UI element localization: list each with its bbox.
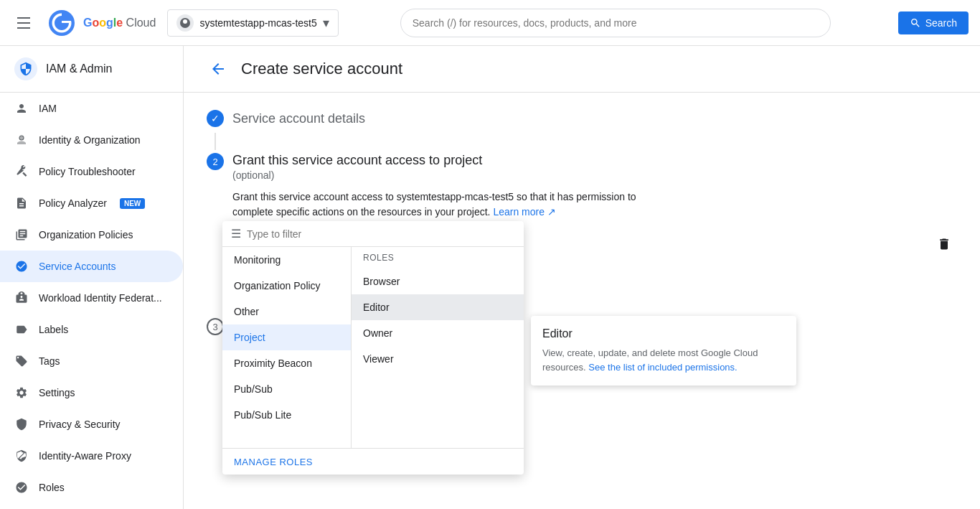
workload-identity-icon xyxy=(14,291,29,305)
cat-item-other[interactable]: Other xyxy=(222,299,351,324)
search-icon xyxy=(910,17,921,29)
page-title: Create service account xyxy=(241,60,402,78)
sidebar-item-org-policies[interactable]: Organization Policies xyxy=(0,219,183,251)
editor-tooltip: Editor View, create, update, and delete … xyxy=(531,316,796,386)
step1-check-icon: ✓ xyxy=(207,110,224,127)
dropdown-body: Monitoring Organization Policy Other Pro… xyxy=(222,247,524,448)
learn-more-link[interactable]: Learn more ↗ xyxy=(493,206,555,218)
manage-roles-button[interactable]: MANAGE ROLES xyxy=(234,457,313,467)
sidebar-item-roles[interactable]: Roles xyxy=(0,472,183,503)
step1-label: Service account details xyxy=(232,111,365,126)
roles-icon xyxy=(14,480,29,495)
sidebar-title: IAM & Admin xyxy=(46,62,112,75)
sidebar-item-policy-troubleshooter[interactable]: Policy Troubleshooter xyxy=(0,156,183,187)
sidebar-header: IAM & Admin xyxy=(0,46,183,93)
identity-aware-proxy-icon xyxy=(14,449,29,463)
project-name: systemtestapp-mcas-test5 xyxy=(199,17,316,29)
sidebar-item-identity-aware-proxy-label: Identity-Aware Proxy xyxy=(39,450,131,462)
step-connector-line xyxy=(215,133,216,150)
back-button[interactable] xyxy=(207,57,230,80)
search-button[interactable]: Search xyxy=(898,11,969,34)
cat-item-org-policy[interactable]: Organization Policy xyxy=(222,273,351,299)
svg-point-2 xyxy=(183,19,187,24)
tags-icon xyxy=(14,354,29,368)
sidebar-item-settings-label: Settings xyxy=(39,387,75,398)
iam-icon xyxy=(14,101,29,116)
hamburger-menu[interactable] xyxy=(11,11,36,34)
role-item-owner[interactable]: Owner xyxy=(352,320,524,346)
dropdown-footer: MANAGE ROLES xyxy=(222,448,524,475)
google-g-logo xyxy=(47,9,76,37)
sidebar: IAM & Admin IAM Identity & Organization … xyxy=(0,46,184,509)
page-header: Create service account xyxy=(184,46,980,93)
identity-org-icon xyxy=(14,133,29,147)
privacy-security-icon xyxy=(14,417,29,431)
sidebar-item-service-accounts[interactable]: Service Accounts xyxy=(0,251,183,282)
logo-text: Google Cloud xyxy=(83,17,156,29)
sidebar-item-tags[interactable]: Tags xyxy=(0,345,183,377)
sidebar-item-org-policies-label: Organization Policies xyxy=(39,229,133,241)
sidebar-item-workload-identity-label: Workload Identity Federat... xyxy=(39,292,162,304)
sidebar-item-service-accounts-label: Service Accounts xyxy=(39,261,116,272)
policy-analyzer-icon xyxy=(14,196,29,210)
role-item-viewer[interactable]: Viewer xyxy=(352,346,524,372)
sidebar-item-tags-label: Tags xyxy=(39,355,60,367)
sidebar-item-roles-label: Roles xyxy=(39,482,65,493)
tooltip-description: View, create, update, and delete most Go… xyxy=(542,346,785,374)
cat-item-pub-sub-lite[interactable]: Pub/Sub Lite xyxy=(222,402,351,428)
roles-panel: Roles Browser Editor Owner Viewer xyxy=(352,247,524,448)
topbar: Google Cloud systemtestapp-mcas-test5 ▾ … xyxy=(0,0,980,46)
sidebar-item-identity-aware-proxy[interactable]: Identity-Aware Proxy xyxy=(0,440,183,472)
sidebar-item-iam[interactable]: IAM xyxy=(0,93,183,124)
sidebar-item-identity-org[interactable]: Identity & Organization xyxy=(0,124,183,156)
search-input[interactable] xyxy=(413,17,819,29)
step2-description: Grant this service account access to sys… xyxy=(232,190,663,220)
role-item-browser[interactable]: Browser xyxy=(352,268,524,294)
logo-icon xyxy=(47,9,76,37)
sidebar-item-iam-label: IAM xyxy=(39,103,57,114)
tooltip-title: Editor xyxy=(542,327,785,340)
google-cloud-logo[interactable]: Google Cloud xyxy=(47,9,156,37)
role-item-editor[interactable]: Editor xyxy=(352,294,524,320)
categories-list: Monitoring Organization Policy Other Pro… xyxy=(222,247,352,448)
step1-header: ✓ Service account details xyxy=(207,110,957,127)
cat-item-project[interactable]: Project xyxy=(222,324,351,350)
step2-optional: (optional) xyxy=(232,169,957,181)
labels-icon xyxy=(14,322,29,337)
service-accounts-icon xyxy=(14,259,29,274)
filter-row: ☰ xyxy=(222,221,524,247)
sidebar-item-privacy-security-label: Privacy & Security xyxy=(39,419,121,430)
delete-role-button[interactable] xyxy=(931,231,957,261)
policy-analyzer-badge: NEW xyxy=(120,198,145,209)
step3-number: 3 xyxy=(207,318,224,335)
settings-icon xyxy=(14,386,29,400)
sidebar-item-identity-org-label: Identity & Organization xyxy=(39,134,141,146)
cat-item-proximity-beacon[interactable]: Proximity Beacon xyxy=(222,350,351,376)
sidebar-item-audit-logs[interactable]: Audit Logs xyxy=(0,503,183,509)
policy-troubleshooter-icon xyxy=(14,164,29,179)
sidebar-item-labels[interactable]: Labels xyxy=(0,314,183,345)
project-dropdown-arrow: ▾ xyxy=(323,15,329,31)
project-avatar xyxy=(176,14,194,32)
sidebar-item-policy-analyzer[interactable]: Policy Analyzer NEW xyxy=(0,187,183,219)
project-selector[interactable]: systemtestapp-mcas-test5 ▾ xyxy=(167,9,338,37)
sidebar-item-policy-analyzer-label: Policy Analyzer xyxy=(39,197,107,209)
sidebar-item-privacy-security[interactable]: Privacy & Security xyxy=(0,408,183,440)
filter-icon: ☰ xyxy=(231,227,241,241)
sidebar-item-settings[interactable]: Settings xyxy=(0,377,183,408)
step2-number: 2 xyxy=(207,153,224,170)
role-dropdown: ☰ Monitoring Organization Policy Other P… xyxy=(222,221,524,475)
cat-item-monitoring[interactable]: Monitoring xyxy=(222,247,351,273)
roles-panel-header: Roles xyxy=(352,247,524,268)
iam-admin-icon xyxy=(14,57,37,80)
search-label: Search xyxy=(925,17,957,29)
sidebar-item-policy-troubleshooter-label: Policy Troubleshooter xyxy=(39,166,136,177)
org-policies-icon xyxy=(14,228,29,242)
sidebar-item-labels-label: Labels xyxy=(39,324,68,335)
cat-item-pub-sub[interactable]: Pub/Sub xyxy=(222,376,351,402)
tooltip-link[interactable]: See the list of included permissions. xyxy=(588,362,737,373)
topbar-left: Google Cloud systemtestapp-mcas-test5 ▾ xyxy=(11,9,339,37)
filter-input[interactable] xyxy=(247,228,515,240)
search-bar xyxy=(400,9,831,37)
sidebar-item-workload-identity[interactable]: Workload Identity Federat... xyxy=(0,282,183,314)
